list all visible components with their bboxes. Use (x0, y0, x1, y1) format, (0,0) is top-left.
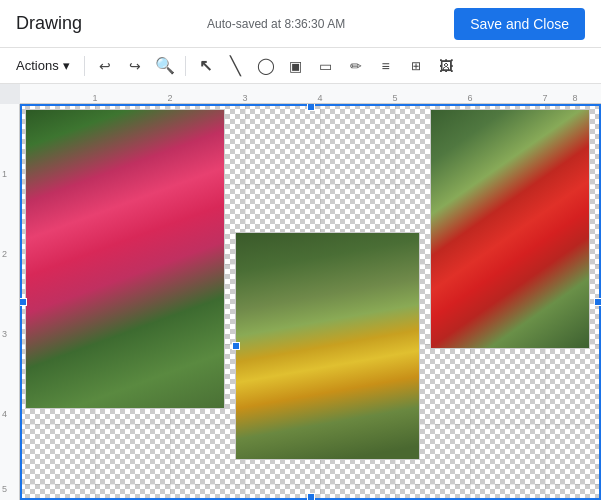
autosave-status: Auto-saved at 8:36:30 AM (207, 17, 345, 31)
header-left: Drawing (16, 13, 82, 34)
pencil-tool-button[interactable]: ✏ (342, 52, 370, 80)
ruler-tick-v-1: 1 (2, 169, 7, 179)
canvas-inner[interactable] (20, 104, 601, 500)
ruler-tick-h-4: 4 (317, 93, 322, 103)
image-tool-button[interactable]: 🖼 (432, 52, 460, 80)
photo-pink-flowers[interactable] (25, 109, 225, 409)
handle-photo-yellow-left[interactable] (232, 342, 240, 350)
rect-tool-button[interactable]: ▭ (312, 52, 340, 80)
box-tool-button[interactable]: ▣ (282, 52, 310, 80)
ruler-tick-v-3: 3 (2, 329, 7, 339)
toolbar-divider-1 (84, 56, 85, 76)
table-tool-button[interactable]: ⊞ (402, 52, 430, 80)
save-and-close-button[interactable]: Save and Close (454, 8, 585, 40)
grid-h-5 (20, 484, 601, 485)
ruler-vertical: 1 2 3 4 5 (0, 104, 20, 500)
ruler-tick-h-1: 1 (92, 93, 97, 103)
shape-tool-button[interactable]: ◯ (252, 52, 280, 80)
app-header: Drawing Auto-saved at 8:36:30 AM Save an… (0, 0, 601, 48)
photo-yellow-flowers[interactable] (235, 232, 420, 460)
app-title: Drawing (16, 13, 82, 34)
undo-button[interactable]: ↩ (91, 52, 119, 80)
toolbar-divider-2 (185, 56, 186, 76)
ruler-tick-h-6: 6 (467, 93, 472, 103)
actions-label: Actions (16, 58, 59, 73)
ruler-tick-h-2: 2 (167, 93, 172, 103)
ruler-tick-v-4: 4 (2, 409, 7, 419)
handle-bottom-center[interactable] (307, 493, 315, 500)
drawing-canvas[interactable] (20, 104, 601, 500)
handle-top-center[interactable] (307, 104, 315, 111)
text-tool-button[interactable]: ≡ (372, 52, 400, 80)
ruler-tick-h-5: 5 (392, 93, 397, 103)
canvas-container: 1 2 3 4 5 6 7 8 1 2 3 4 5 (0, 84, 601, 500)
zoom-button[interactable]: 🔍 (151, 52, 179, 80)
ruler-horizontal: 1 2 3 4 5 6 7 8 (20, 84, 601, 104)
handle-left-center[interactable] (20, 298, 27, 306)
toolbar: Actions ▾ ↩ ↪ 🔍 ↖ ╲ ◯ ▣ ▭ ✏ ≡ ⊞ 🖼 (0, 48, 601, 84)
ruler-tick-h-8: 8 (572, 93, 577, 103)
ruler-tick-h-3: 3 (242, 93, 247, 103)
line-tool-button[interactable]: ╲ (222, 52, 250, 80)
actions-menu-button[interactable]: Actions ▾ (8, 52, 78, 80)
redo-button[interactable]: ↪ (121, 52, 149, 80)
handle-right-center[interactable] (594, 298, 601, 306)
ruler-tick-h-7: 7 (542, 93, 547, 103)
select-tool-button[interactable]: ↖ (192, 52, 220, 80)
ruler-tick-v-5: 5 (2, 484, 7, 494)
photo-red-hibiscus[interactable] (430, 109, 590, 349)
actions-chevron: ▾ (63, 58, 70, 73)
ruler-tick-v-2: 2 (2, 249, 7, 259)
